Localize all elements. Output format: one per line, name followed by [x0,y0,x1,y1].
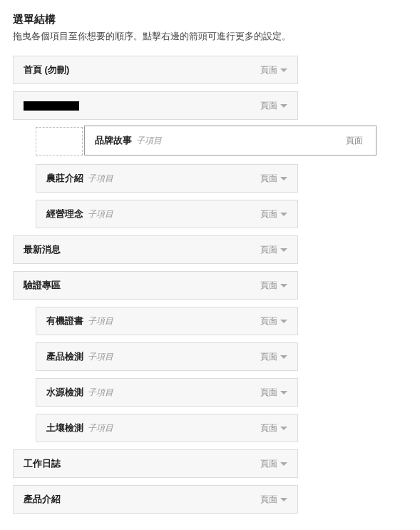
section-description: 拖曳各個項目至你想要的順序。點擊右邊的箭頭可進行更多的設定。 [13,31,407,43]
menu-item-title: 經營理念 [46,208,83,220]
menu-item[interactable]: 有機證書子項目頁面 [36,307,298,335]
chevron-down-icon[interactable] [280,68,287,72]
menu-item-dragging-row[interactable]: 品牌故事子項目頁面 [36,127,377,156]
section-title: 選單結構 [13,13,407,26]
menu-item[interactable]: 頁面 [13,91,298,120]
menu-item[interactable]: 農莊介紹子項目頁面 [36,164,298,193]
menu-item-meta[interactable]: 頁面 [260,208,287,220]
menu-item-meta[interactable]: 頁面 [260,315,287,327]
menu-item[interactable]: 最新消息頁面 [13,235,298,264]
menu-item-meta[interactable]: 頁面 [260,351,287,363]
menu-item[interactable]: 驗證專區頁面 [13,271,298,300]
drop-placeholder [36,127,83,156]
menu-item-type-label: 頁面 [260,100,277,112]
menu-item-subtag: 子項目 [136,135,162,147]
menu-list: 首頁 (勿刪)頁面頁面品牌故事子項目頁面農莊介紹子項目頁面經營理念子項目頁面最新… [13,56,298,514]
menu-item-type-label: 頁面 [260,315,277,327]
menu-item[interactable]: 水源檢測子項目頁面 [36,378,298,407]
menu-item-meta[interactable]: 頁面 [346,135,366,147]
menu-item-subtag: 子項目 [88,173,113,185]
menu-item-title: 產品介紹 [24,493,61,506]
menu-item-subtag: 子項目 [88,387,113,399]
menu-item-meta[interactable]: 頁面 [260,64,287,76]
menu-item-type-label: 頁面 [260,458,277,470]
menu-item[interactable]: 經營理念子項目頁面 [36,200,298,228]
menu-item-type-label: 頁面 [260,351,277,363]
chevron-down-icon[interactable] [280,320,287,323]
chevron-down-icon[interactable] [280,104,287,108]
menu-item-title: 首頁 (勿刪) [24,63,69,76]
menu-item-meta[interactable]: 頁面 [260,280,287,292]
menu-item-title: 水源檢測 [46,386,83,399]
menu-item-title-redacted [24,101,79,111]
chevron-down-icon[interactable] [280,355,287,359]
menu-item-meta[interactable]: 頁面 [260,494,287,506]
chevron-down-icon[interactable] [280,284,287,287]
menu-item[interactable]: 工作日誌頁面 [13,449,298,478]
menu-item-meta[interactable]: 頁面 [260,458,287,470]
menu-item-title: 農莊介紹 [46,172,83,185]
menu-item-title: 品牌故事 [95,134,132,147]
menu-item[interactable]: 產品介紹頁面 [13,485,298,514]
menu-item[interactable]: 首頁 (勿刪)頁面 [13,56,298,84]
chevron-down-icon[interactable] [280,462,287,466]
menu-item-meta[interactable]: 頁面 [260,387,287,399]
menu-item-type-label: 頁面 [346,135,363,147]
menu-item-meta[interactable]: 頁面 [260,244,287,256]
menu-item-subtag: 子項目 [88,422,113,434]
chevron-down-icon[interactable] [280,248,287,252]
menu-item-type-label: 頁面 [260,280,277,292]
menu-item-meta[interactable]: 頁面 [260,422,287,434]
menu-item-title: 工作日誌 [24,457,61,470]
chevron-down-icon[interactable] [280,427,287,430]
menu-item-type-label: 頁面 [260,173,277,185]
menu-item-title: 驗證專區 [24,279,61,292]
menu-item-meta[interactable]: 頁面 [260,173,287,185]
menu-item-type-label: 頁面 [260,208,277,220]
menu-item-title: 土壤檢測 [46,422,83,434]
menu-item[interactable]: 產品檢測子項目頁面 [36,342,298,371]
menu-item-meta[interactable]: 頁面 [260,100,287,112]
menu-item-title: 有機證書 [46,315,83,327]
menu-item-type-label: 頁面 [260,387,277,399]
menu-item-title: 最新消息 [24,243,61,256]
chevron-down-icon[interactable] [280,498,287,501]
menu-item-type-label: 頁面 [260,494,277,506]
chevron-down-icon[interactable] [280,391,287,394]
menu-item-type-label: 頁面 [260,422,277,434]
menu-item-subtag: 子項目 [88,351,113,363]
menu-item-type-label: 頁面 [260,244,277,256]
menu-item-type-label: 頁面 [260,64,277,76]
menu-item-title: 產品檢測 [46,350,83,363]
chevron-down-icon[interactable] [280,177,287,180]
chevron-down-icon[interactable] [280,213,287,216]
menu-item-subtag: 子項目 [88,315,113,327]
menu-item[interactable]: 土壤檢測子項目頁面 [36,414,298,442]
menu-item-dragging[interactable]: 品牌故事子項目頁面 [84,126,377,156]
menu-item-subtag: 子項目 [88,208,113,220]
